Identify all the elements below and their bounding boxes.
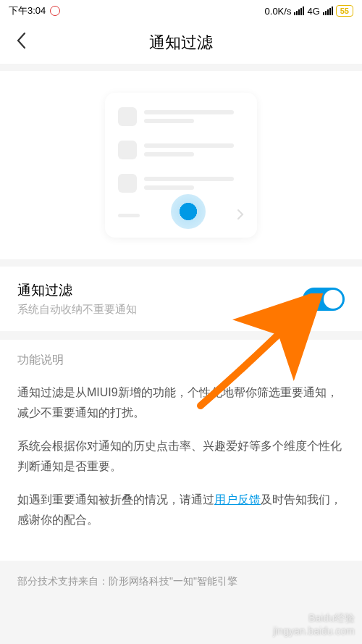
status-right: 0.0K/s 4G 55 <box>265 5 353 17</box>
watermark-url: jingyan.baidu.com <box>273 625 355 637</box>
feature-description: 通知过滤是从MIUI9新增的功能，个性化地帮你筛选重要通知，减少不重要通知的打扰… <box>0 375 362 561</box>
description-para-3: 如遇到重要通知被折叠的情况，请通过用户反馈及时告知我们，感谢你的配合。 <box>17 490 345 530</box>
description-para-1: 通知过滤是从MIUI9新增的功能，个性化地帮你筛选重要通知，减少不重要通知的打扰… <box>17 382 345 423</box>
notification-app-icon <box>50 6 60 16</box>
description-para-2: 系统会根据你对通知的历史点击率、兴趣爱好等多个维度个性化判断通知是否重要。 <box>17 436 345 477</box>
signal-icon-2 <box>323 7 333 15</box>
signal-icon <box>294 7 304 15</box>
footer-credits: 部分技术支持来自：阶形网络科技"一知"智能引擎 <box>0 561 362 603</box>
illustration-highlight-icon <box>171 194 206 229</box>
chevron-right-icon <box>237 206 244 225</box>
section-header-description: 功能说明 <box>0 340 362 375</box>
notification-filter-toggle[interactable] <box>303 288 345 311</box>
status-left: 下午3:04 <box>9 4 60 17</box>
notification-filter-setting: 通知过滤 系统自动收纳不重要通知 <box>0 267 362 331</box>
back-button[interactable] <box>14 30 28 56</box>
network-speed: 0.0K/s <box>265 6 292 17</box>
setting-subtitle: 系统自动收纳不重要通知 <box>17 303 137 317</box>
status-time: 下午3:04 <box>9 4 46 17</box>
network-type: 4G <box>307 6 319 17</box>
illustration-container <box>0 71 362 259</box>
setting-title: 通知过滤 <box>17 281 137 300</box>
user-feedback-link[interactable]: 用户反馈 <box>214 493 261 506</box>
page-title: 通知过滤 <box>149 32 213 54</box>
feature-illustration <box>105 93 257 238</box>
status-bar: 下午3:04 0.0K/s 4G 55 <box>0 0 362 22</box>
watermark: Baidu经验 jingyan.baidu.com <box>273 612 355 637</box>
battery-icon: 55 <box>336 5 353 17</box>
page-header: 通知过滤 <box>0 22 362 64</box>
watermark-brand: Baidu经验 <box>273 612 355 625</box>
